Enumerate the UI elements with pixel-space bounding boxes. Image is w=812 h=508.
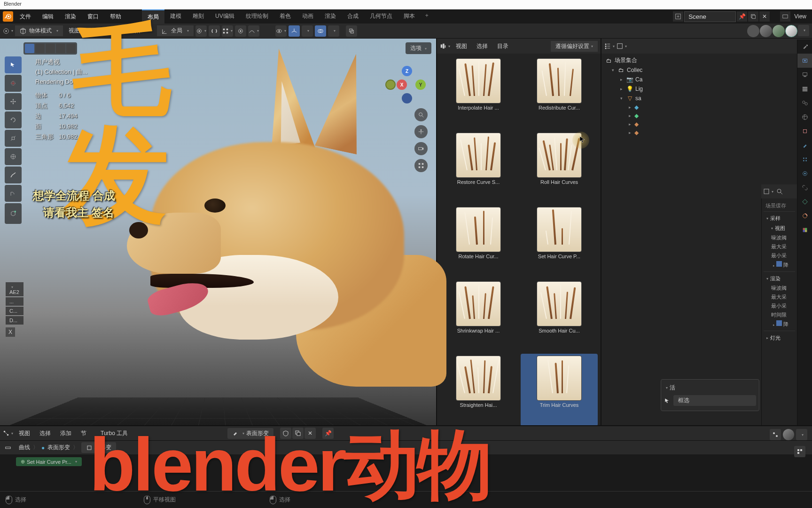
- editor-type-icon[interactable]: ▾: [3, 26, 13, 36]
- outliner-editor-type-icon[interactable]: ▾: [604, 41, 615, 51]
- tool-scale[interactable]: [5, 130, 22, 147]
- outliner-camera[interactable]: ▸ 📷 Ca: [603, 75, 810, 84]
- prop-edit-icon[interactable]: [235, 25, 246, 37]
- npanel-item4[interactable]: D...: [6, 316, 23, 325]
- pin-icon[interactable]: 📌: [322, 428, 334, 439]
- btm-menu-view[interactable]: 视图: [15, 428, 34, 439]
- vp-menu-add[interactable]: 添加: [106, 25, 125, 37]
- asset-item[interactable]: Rotate Hair Cur...: [440, 205, 517, 278]
- ws-add-button[interactable]: +: [421, 9, 433, 24]
- new-scene-icon[interactable]: [748, 11, 758, 22]
- props-section-sampling[interactable]: ▾采样 ▾视图 噪波阈 最大采 最小采 ▸ 降: [764, 211, 795, 271]
- right-opts2-icon[interactable]: [794, 446, 805, 457]
- scene-browse-icon[interactable]: [673, 11, 683, 22]
- npanel-item3[interactable]: C...: [6, 307, 23, 315]
- btm-menu-add[interactable]: 添加: [56, 428, 75, 439]
- asset-item[interactable]: Interpolate Hair ...: [440, 56, 517, 129]
- xray-toggle-icon[interactable]: [346, 25, 357, 37]
- pivot-point-icon[interactable]: ▾: [195, 25, 207, 37]
- pin-scene-icon[interactable]: 📌: [737, 11, 747, 22]
- ws-tab-render[interactable]: 渲染: [319, 9, 342, 24]
- outliner-light[interactable]: ▸ 💡 Lig: [603, 84, 810, 94]
- outliner-sub2[interactable]: ▸◆: [603, 111, 810, 120]
- crumb-deform-btn[interactable]: 表形变: [81, 442, 116, 453]
- pan-icon[interactable]: [414, 125, 428, 138]
- axis-z[interactable]: Z: [402, 66, 412, 76]
- snap-type-icon[interactable]: ▾: [222, 25, 233, 37]
- axis-y[interactable]: Y: [415, 79, 426, 90]
- breadcrumb-editor-icon[interactable]: [3, 443, 13, 453]
- asset-menu-catalog[interactable]: 目录: [493, 40, 512, 52]
- ws-tab-uv[interactable]: UV编辑: [210, 9, 240, 24]
- active-tool-header[interactable]: ▾ 活: [664, 382, 756, 393]
- outliner-sub3[interactable]: ▸◆: [603, 120, 810, 128]
- persp-ortho-icon[interactable]: [414, 159, 428, 172]
- asset-item[interactable]: Straighten Hai...: [440, 354, 517, 426]
- asset-library-selector[interactable]: 遵循偏好设置▾: [551, 41, 598, 52]
- overlay-toggle-icon[interactable]: [315, 25, 326, 37]
- prop-tab-particles[interactable]: [797, 152, 812, 167]
- shading-opts-icon[interactable]: ▾: [798, 25, 809, 36]
- vp-menu-object[interactable]: 物体: [127, 25, 146, 37]
- outliner-sub1[interactable]: ▸◆: [603, 103, 810, 111]
- prop-tab-object[interactable]: [797, 124, 812, 138]
- prop-tab-data[interactable]: [797, 195, 812, 209]
- asset-item[interactable]: Trim Hair Curves: [521, 354, 598, 426]
- tool-measure[interactable]: [5, 185, 22, 202]
- shading-solid-icon[interactable]: [760, 25, 772, 37]
- prop-tab-world[interactable]: [797, 110, 812, 124]
- asset-menu-select[interactable]: 选择: [473, 40, 492, 52]
- checkbox-icon[interactable]: [776, 261, 782, 267]
- ws-tab-comp[interactable]: 合成: [342, 9, 364, 24]
- 3d-viewport[interactable]: 用户透视 (1) Collection | 曲... Rendering Don…: [0, 39, 437, 429]
- ws-tab-script[interactable]: 脚本: [398, 9, 421, 24]
- outliner-sub4[interactable]: ▸◆: [603, 128, 810, 137]
- ws-tab-geonodes[interactable]: 几何节点: [364, 9, 398, 24]
- tool-cursor[interactable]: [5, 75, 22, 92]
- asset-item[interactable]: Redistribute Cur...: [521, 56, 598, 129]
- outliner-collection[interactable]: ▾ 🗀 Collec: [603, 65, 810, 75]
- tool-move[interactable]: [5, 93, 22, 110]
- npanel-close[interactable]: X: [6, 327, 15, 337]
- outliner-scene-collection[interactable]: 🗀 场景集合: [603, 56, 810, 65]
- prop-tab-scene[interactable]: [797, 96, 812, 110]
- vp-menu-view[interactable]: 视图: [65, 25, 84, 37]
- btm-menu-select[interactable]: 选择: [36, 428, 55, 439]
- tool-select-box[interactable]: [5, 56, 22, 73]
- ws-tab-texpaint[interactable]: 纹理绘制: [240, 9, 274, 24]
- asset-item[interactable]: Roll Hair Curves: [521, 131, 598, 203]
- duplicate-icon[interactable]: [292, 428, 304, 439]
- shading-rendered-icon[interactable]: [785, 25, 797, 37]
- tool-add-cube[interactable]: +: [5, 203, 22, 224]
- snap-toggle-icon[interactable]: [209, 25, 220, 37]
- shading-matpreview-icon[interactable]: [773, 25, 785, 37]
- prop-tab-output[interactable]: [797, 68, 812, 82]
- axis-neg-z[interactable]: [402, 93, 412, 103]
- tool-annotate[interactable]: [5, 167, 22, 183]
- crumb-curves[interactable]: 曲线: [19, 444, 30, 452]
- asset-editor-type-icon[interactable]: ▾: [440, 41, 450, 51]
- axis-x[interactable]: X: [397, 79, 407, 90]
- mode-selector[interactable]: 物体模式▾: [15, 25, 63, 36]
- right-opts-icon[interactable]: [770, 429, 781, 440]
- ws-tab-sculpt[interactable]: 雕刻: [187, 9, 210, 24]
- set-hair-curve-button[interactable]: ⊕Set Hair Curve Pr...▾: [16, 457, 82, 466]
- prop-tab-tool[interactable]: [797, 40, 812, 54]
- outliner-display-mode-icon[interactable]: ▾: [617, 41, 627, 51]
- menu-render[interactable]: 渲染: [60, 11, 81, 23]
- select-mode-3[interactable]: [46, 44, 55, 53]
- axis-neg-x[interactable]: [385, 79, 396, 90]
- asset-item[interactable]: Smooth Hair Cu...: [521, 279, 598, 352]
- vp-menu-select[interactable]: 选择: [86, 25, 104, 37]
- active-tool-mode-selector[interactable]: 框选: [673, 395, 756, 406]
- zoom-icon[interactable]: [414, 108, 428, 121]
- tool-rotate[interactable]: [5, 111, 22, 128]
- blender-logo-icon[interactable]: [3, 11, 13, 22]
- menu-window[interactable]: 窗口: [83, 11, 103, 23]
- ws-tab-anim[interactable]: 动画: [297, 9, 319, 24]
- camera-view-icon[interactable]: [414, 142, 428, 155]
- ws-tab-modeling[interactable]: 建模: [164, 9, 187, 24]
- close-icon[interactable]: ✕: [304, 428, 316, 439]
- select-mode-2[interactable]: [35, 44, 45, 53]
- outliner-mesh[interactable]: ▾ ▽ sa: [603, 94, 810, 103]
